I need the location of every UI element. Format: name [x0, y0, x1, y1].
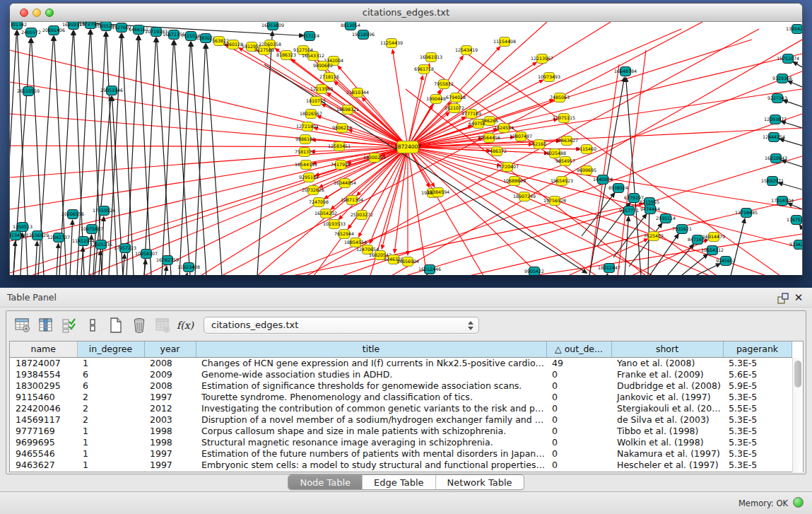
table-cell[interactable]: 6 — [77, 368, 144, 380]
network-node[interactable]: 1167533 — [787, 216, 802, 225]
network-node[interactable]: 7932621 — [672, 225, 692, 234]
table-scrollbar[interactable] — [792, 358, 803, 472]
table-cell[interactable]: 2 — [77, 402, 144, 414]
network-node[interactable]: 9890662 — [313, 62, 333, 71]
table-cell[interactable]: 9463627 — [10, 459, 77, 470]
table-cell[interactable]: 18300295 — [10, 380, 77, 391]
network-node[interactable]: 18026567 — [300, 110, 322, 119]
network-node[interactable]: 12721801 — [296, 122, 319, 132]
network-node[interactable]: 16961913 — [420, 53, 442, 62]
network-node[interactable]: 9474444 — [640, 205, 660, 214]
table-cell[interactable]: 0 — [546, 459, 611, 470]
table-cell[interactable]: 2 — [77, 391, 144, 402]
network-node[interactable]: 8301342 — [10, 22, 27, 30]
network-node[interactable]: 18544181 — [295, 160, 317, 170]
network-node[interactable]: 2405572 — [21, 28, 41, 37]
table-cell[interactable]: de Silva et al. (2003) — [611, 414, 723, 425]
narrow-rows-icon[interactable] — [82, 315, 103, 335]
network-node[interactable]: 12583451 — [328, 142, 351, 151]
table-cell[interactable]: 1998 — [144, 425, 196, 436]
table-row[interactable]: 969969511998Structural magnetic resonanc… — [10, 436, 792, 448]
table-cell[interactable]: 2009 — [144, 368, 196, 380]
table-row[interactable]: 911546021997Tourette syndrome. Phenomeno… — [10, 391, 792, 402]
network-node[interactable]: 15692971 — [761, 177, 784, 186]
table-cell[interactable]: Embryonic stem cells: a model to study s… — [196, 459, 546, 470]
network-node[interactable]: 11254439 — [380, 39, 403, 48]
column-header-in_degree[interactable]: in_degree — [77, 341, 144, 357]
column-header-name[interactable]: name — [10, 341, 77, 357]
network-node[interactable]: 11923408 — [177, 263, 200, 272]
network-node[interactable]: 7247098 — [309, 198, 329, 207]
show-columns-icon[interactable] — [35, 315, 57, 335]
table-cell[interactable]: Hescheler et al. (1997) — [611, 459, 723, 470]
table-cell[interactable]: Wolkin et al. (1998) — [611, 436, 723, 448]
network-node[interactable]: 16053809 — [261, 22, 284, 30]
table-row[interactable]: 946554611997Estimation of the future num… — [10, 448, 792, 459]
network-node[interactable]: 15751074 — [777, 54, 799, 64]
table-cell[interactable]: 49 — [546, 357, 611, 368]
table-row[interactable]: 2242004622012Investigating the contribut… — [10, 402, 792, 414]
new-table-icon[interactable] — [105, 315, 126, 335]
network-node[interactable]: 20206556 — [61, 210, 84, 219]
table-cell[interactable]: 5.3E-5 — [723, 414, 792, 425]
table-cell[interactable]: 14569117 — [10, 414, 77, 425]
table-cell[interactable]: Corpus callosum shape and size in male p… — [196, 425, 546, 436]
table-cell[interactable]: 1997 — [144, 448, 196, 459]
network-node[interactable]: 20732626 — [302, 186, 324, 195]
table-cell[interactable]: 9777169 — [10, 425, 77, 436]
table-cell[interactable]: Jankovic et al. (1997) — [611, 391, 723, 402]
network-node[interactable]: 12444154 — [763, 133, 785, 142]
network-node[interactable]: 6961758 — [414, 65, 434, 74]
table-cell[interactable]: Genome-wide association studies in ADHD. — [196, 368, 546, 380]
table-cell[interactable]: 1 — [77, 448, 144, 459]
network-node[interactable]: 9227343 — [767, 94, 787, 103]
network-node[interactable]: 29053346 — [100, 86, 123, 95]
network-node[interactable]: 1640954 — [593, 175, 613, 185]
table-cell[interactable]: 5.6E-5 — [723, 368, 792, 380]
network-node[interactable]: 9699695 — [577, 166, 596, 175]
table-row[interactable]: 1456911722003Disruption of a novel membe… — [10, 414, 792, 425]
network-node[interactable]: 12213569 — [310, 85, 333, 94]
tab-edge-table[interactable]: Edge Table — [363, 475, 435, 489]
function-builder-icon[interactable]: f(x) — [177, 320, 194, 331]
table-cell[interactable]: 2008 — [144, 357, 196, 368]
table-scrollbar-thumb[interactable] — [794, 361, 801, 387]
table-cell[interactable]: 2012 — [144, 402, 196, 414]
tab-node-table[interactable]: Node Table — [288, 475, 363, 489]
table-row[interactable]: 977716911998Corpus callosum shape and si… — [10, 425, 792, 436]
network-node[interactable]: 2718176 — [319, 73, 339, 82]
column-header-year[interactable]: year — [144, 341, 196, 357]
table-cell[interactable]: 0 — [546, 436, 611, 448]
table-cell[interactable]: 1997 — [144, 459, 196, 470]
table-cell[interactable]: 0 — [546, 391, 611, 402]
network-node[interactable]: 25303272 — [351, 211, 373, 220]
column-header-title[interactable]: title — [196, 341, 546, 357]
table-cell[interactable]: Estimation of significance thresholds fo… — [196, 380, 546, 391]
network-node[interactable]: 6794028 — [446, 93, 466, 103]
network-node[interactable]: 13718485 — [735, 209, 758, 218]
network-node[interactable]: 10193533 — [323, 220, 346, 229]
table-row[interactable]: 1938455462009Genome-wide association stu… — [10, 368, 792, 380]
table-cell[interactable]: 0 — [546, 380, 611, 391]
table-cell[interactable]: Nakamura et al. (1997) — [611, 448, 723, 459]
table-cell[interactable]: 6 — [77, 380, 144, 391]
network-node[interactable]: 10973493 — [538, 73, 560, 82]
network-node[interactable]: 12093877 — [764, 115, 787, 124]
table-row[interactable]: 946362711997Embryonic stem cells: a mode… — [10, 459, 792, 470]
network-node[interactable]: 14656904 — [396, 257, 419, 267]
network-node[interactable]: 7357224 — [300, 32, 319, 41]
network-node[interactable]: 13954209 — [786, 25, 802, 34]
table-cell[interactable]: Changes of HCN gene expression and I(f) … — [196, 357, 546, 368]
table-cell[interactable]: 9465546 — [10, 448, 77, 459]
column-header-pagerank[interactable]: pagerank — [723, 341, 792, 357]
network-node[interactable]: 9905422 — [524, 267, 544, 276]
network-node[interactable]: 20691406 — [42, 26, 65, 35]
table-cell[interactable]: 0 — [546, 425, 611, 436]
network-node[interactable]: 12213967 — [531, 54, 553, 64]
network-node[interactable]: 16212446 — [418, 265, 441, 274]
network-node[interactable]: 10958107 — [135, 250, 158, 259]
network-node[interactable]: 1990448 — [426, 95, 446, 104]
table-cell[interactable]: 5.3E-5 — [723, 425, 792, 436]
network-node[interactable]: 12975115 — [553, 114, 575, 123]
table-cell[interactable]: 1998 — [144, 436, 196, 448]
